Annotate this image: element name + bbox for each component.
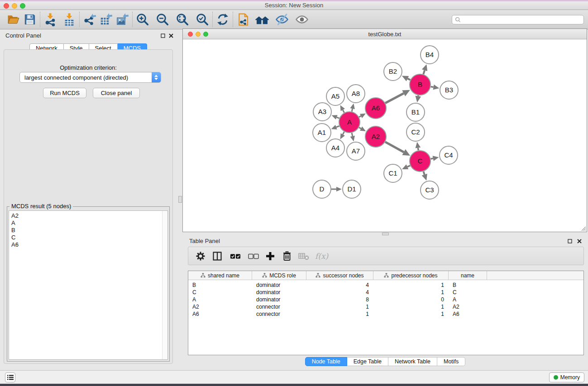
eye-icon (295, 13, 309, 26)
zoom-selected-button[interactable] (194, 11, 210, 28)
mcds-result-item[interactable]: A6 (9, 241, 167, 248)
graph-node-label: C2 (411, 128, 420, 136)
float-table-panel-button[interactable] (567, 238, 573, 244)
split-view-button[interactable] (210, 249, 224, 263)
mcds-result-item[interactable]: B (9, 227, 167, 234)
result-scrollbar[interactable] (162, 211, 167, 359)
delete-table-button[interactable] (297, 249, 311, 263)
table-cell[interactable]: dominator (252, 296, 306, 303)
save-session-button[interactable] (22, 11, 38, 28)
table-cell[interactable]: 1 (373, 282, 449, 288)
open-session-button[interactable] (5, 11, 22, 28)
toolbar-separator (132, 12, 133, 27)
float-panel-button[interactable] (160, 33, 166, 38)
column-header-shared-name[interactable]: shared name (188, 271, 252, 280)
network-view-window: testGlobe.txt B4B2BB3A8A5A6A3B1AC2A1A2A4… (182, 29, 587, 232)
search-box[interactable] (452, 15, 584, 24)
table-row[interactable]: A2connector11A2 (188, 303, 583, 310)
table-cell[interactable]: A2 (188, 304, 252, 310)
table-row[interactable]: A6connector11A6 (188, 310, 583, 318)
zoom-fit-button[interactable] (174, 11, 191, 28)
column-header-successor-nodes[interactable]: successor nodes (306, 271, 373, 280)
edge-C-C1 (407, 166, 410, 167)
table-cell[interactable]: B (188, 282, 252, 288)
export-image-button[interactable] (114, 11, 130, 28)
table-cell[interactable]: 1 (306, 304, 373, 310)
import-network-icon (43, 13, 57, 26)
task-history-button[interactable] (5, 372, 15, 382)
network-graph[interactable]: B4B2BB3A8A5A6A3B1AC2A1A2A4A7C4CC1DD1C3 (183, 39, 587, 232)
tab-edge-table[interactable]: Edge Table (347, 357, 388, 366)
import-table-button[interactable] (61, 11, 77, 28)
edge-A-A2 (359, 128, 361, 129)
table-cell[interactable]: 1 (373, 311, 449, 317)
zoom-in-button[interactable] (134, 11, 151, 28)
table-cell[interactable]: 1 (373, 289, 449, 295)
table-cell[interactable]: A6 (449, 311, 487, 317)
delete-column-button[interactable] (280, 249, 294, 263)
table-row[interactable]: Adominator80A (188, 296, 583, 303)
graph-node-label: A2 (372, 133, 380, 140)
select-all-button[interactable] (229, 249, 242, 263)
table-cell[interactable]: A (188, 296, 252, 303)
table-cell[interactable]: 1 (306, 311, 373, 317)
table-settings-button[interactable] (194, 249, 207, 263)
import-network-button[interactable] (42, 11, 58, 28)
table-row[interactable]: Bdominator41B (188, 281, 583, 289)
resize-grip-icon[interactable] (580, 225, 586, 231)
tab-node-table[interactable]: Node Table (305, 357, 347, 366)
float-icon (568, 239, 572, 243)
table-cell[interactable]: A6 (188, 311, 252, 317)
export-table-button[interactable] (98, 11, 114, 28)
vertical-splitter-grip[interactable] (178, 196, 182, 203)
table-cell[interactable]: 4 (306, 289, 373, 295)
tab-motifs[interactable]: Motifs (437, 357, 465, 366)
run-mcds-button[interactable]: Run MCDS (43, 88, 86, 98)
table-cell[interactable]: C (449, 289, 487, 295)
graph-node-label: A4 (331, 144, 339, 152)
table-cell[interactable]: dominator (252, 282, 306, 288)
shared-column-icon (201, 273, 206, 278)
memory-status-icon (554, 375, 558, 380)
hide-graphics-details-button[interactable] (274, 11, 290, 28)
table-cell[interactable]: 4 (306, 282, 373, 288)
tab-network-table[interactable]: Network Table (388, 357, 437, 366)
column-header-mcds-role[interactable]: MCDS role (252, 271, 306, 280)
control-panel-title: Control Panel (5, 32, 41, 39)
table-cell[interactable]: connector (252, 304, 306, 310)
criterion-dropdown[interactable]: largest connected component (directed) (19, 72, 161, 83)
show-graphics-details-button[interactable] (294, 11, 310, 28)
edge-B-B3 (431, 86, 434, 87)
edge-arrowhead (433, 85, 440, 90)
zoom-out-button[interactable] (154, 11, 171, 28)
mcds-result-item[interactable]: A2 (9, 212, 167, 219)
network-file-button[interactable] (235, 11, 251, 28)
search-input[interactable] (461, 16, 583, 24)
table-cell[interactable]: dominator (252, 289, 306, 295)
column-header-name[interactable]: name (449, 271, 487, 280)
column-header-predecessor-nodes[interactable]: predecessor nodes (373, 271, 449, 280)
home-button[interactable] (254, 11, 270, 28)
table-row[interactable]: Cdominator41C (188, 289, 583, 296)
table-cell[interactable]: connector (252, 311, 306, 317)
refresh-layout-button[interactable] (215, 11, 231, 28)
table-cell[interactable]: 8 (306, 296, 373, 303)
function-builder-button[interactable]: f(x) (314, 249, 332, 263)
memory-button[interactable]: Memory (549, 372, 584, 382)
mcds-result-item[interactable]: C (9, 234, 167, 241)
close-panel-button[interactable] (168, 33, 174, 38)
table-cell[interactable]: B (449, 282, 487, 288)
export-network-button[interactable] (81, 11, 98, 28)
window-titlebar: Session: New Session (0, 0, 588, 10)
mcds-result-item[interactable]: A (9, 219, 167, 227)
close-panel-action-button[interactable]: Close panel (93, 88, 140, 98)
deselect-all-button[interactable] (247, 249, 260, 263)
table-cell[interactable]: C (188, 289, 252, 295)
table-cell[interactable]: 1 (373, 304, 449, 310)
add-column-button[interactable] (263, 249, 277, 263)
table-cell[interactable]: A (449, 296, 487, 303)
table-cell[interactable]: 0 (373, 296, 449, 303)
table-cell[interactable]: A2 (449, 304, 487, 310)
column-header-label: MCDS role (269, 272, 296, 279)
close-table-panel-button[interactable] (576, 238, 582, 244)
